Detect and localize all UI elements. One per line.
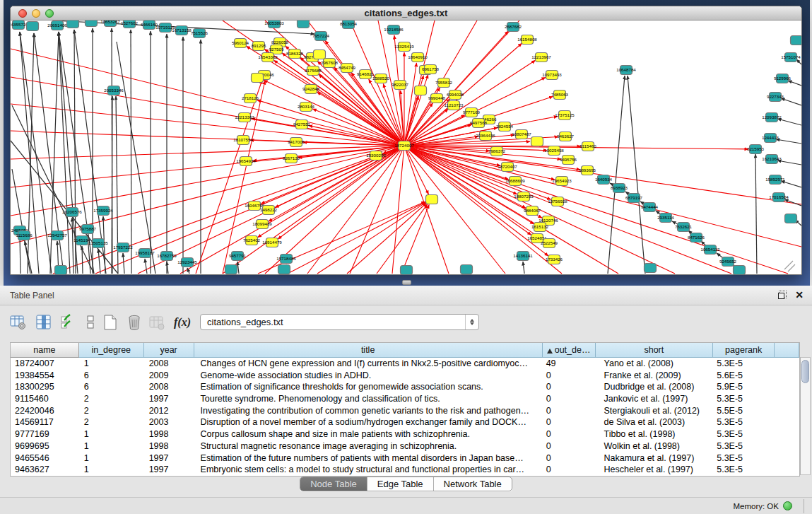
graph-node-label: 10807487 <box>512 132 531 136</box>
cell-short: de Silva et al. (2003) <box>596 416 714 428</box>
network-canvas[interactable]: 5960124891295822605892750981863289827504… <box>11 21 801 274</box>
table-row[interactable]: 911546021997Tourette syndrome. Phenomeno… <box>11 393 799 405</box>
graph-node[interactable] <box>67 21 79 28</box>
graph-node-label: 10973493 <box>542 72 562 77</box>
graph-node[interactable] <box>27 22 39 31</box>
table-row[interactable]: 1938455462009Genome-wide association stu… <box>11 370 799 382</box>
graph-node-label: 13325419 <box>394 44 414 49</box>
graph-node[interactable] <box>252 74 264 83</box>
table-row[interactable]: 1830029562008Estimation of significance … <box>11 381 799 393</box>
cell-year: 2009 <box>144 370 194 382</box>
tab-network-table[interactable]: Network Table <box>434 477 512 491</box>
cell-filler <box>775 358 799 370</box>
graph-edge <box>404 21 435 146</box>
select-columns-icon[interactable] <box>58 313 78 332</box>
graph-node[interactable] <box>298 21 310 28</box>
cell-out_de…: 0 <box>543 393 596 405</box>
graph-node-label: 9417006 <box>288 139 305 144</box>
network-view-window[interactable]: citations_edges.txt 59601248912958226058… <box>10 6 802 275</box>
column-header-year[interactable]: year <box>144 343 194 358</box>
graph-edge <box>317 202 426 274</box>
graph-node-label: 1640934 <box>595 177 613 182</box>
graph-edge <box>401 204 429 274</box>
graph-node[interactable] <box>314 50 326 59</box>
delete-column-icon[interactable] <box>124 313 144 332</box>
graph-node[interactable] <box>278 265 290 274</box>
graph-node-label: 11210723 <box>444 103 464 107</box>
table-row[interactable]: 946362711997Embryonic stem cells: a mode… <box>11 464 799 476</box>
create-column-icon[interactable] <box>100 313 120 332</box>
cell-title: Estimation of significance thresholds fo… <box>194 381 543 393</box>
cell-out_de…: 0 <box>543 405 596 417</box>
cell-filler <box>775 381 799 393</box>
table-scrollbar-thumb[interactable] <box>801 360 809 383</box>
column-header-short[interactable]: short <box>596 343 714 358</box>
table-row[interactable]: 1456911722003Disruption of a novel membe… <box>11 416 799 428</box>
table-scrollbar[interactable] <box>800 357 811 475</box>
cell-short: Jankovic et al. (1997) <box>596 393 714 405</box>
tab-edge-table[interactable]: Edge Table <box>367 477 434 491</box>
cell-title: Changes of HCN gene expression and I(f) … <box>194 358 543 370</box>
table-mode-icon[interactable] <box>8 313 28 332</box>
graph-edge <box>796 59 801 64</box>
close-window-button[interactable] <box>18 9 27 18</box>
graph-edge <box>237 262 239 274</box>
cell-year: 1997 <box>144 393 194 405</box>
table-row[interactable]: 946554611997Estimation of the future num… <box>11 452 799 465</box>
graph-node-label: 8226058 <box>271 40 289 45</box>
function-builder-icon[interactable]: f(x) <box>172 313 192 332</box>
graph-node-label: 18720407 <box>498 164 517 169</box>
graph-edge <box>257 100 404 146</box>
cell-out_de…: 49 <box>543 358 596 370</box>
column-header-pagerank[interactable]: pagerank <box>713 343 775 358</box>
graph-node[interactable] <box>785 214 797 223</box>
table-row[interactable]: 977716911998Corpus callosum shape and si… <box>11 428 799 440</box>
cell-pagerank: 5.3E-5 <box>713 464 775 476</box>
table-row[interactable]: 1872400712008Changes of HCN gene express… <box>11 358 799 370</box>
graph-edge <box>755 154 757 274</box>
cell-year: 1998 <box>144 440 194 452</box>
graph-node[interactable] <box>734 266 746 275</box>
graph-node-label: 9115460 <box>579 144 596 148</box>
cell-short: Wolkin et al. (1998) <box>596 440 714 452</box>
close-panel-icon[interactable]: ✕ <box>795 290 804 300</box>
graph-node-label: 1115686 <box>16 233 33 238</box>
split-pane-handle[interactable] <box>402 280 411 285</box>
graph-node[interactable] <box>791 36 802 45</box>
column-header-title[interactable]: title <box>194 343 543 358</box>
cell-pagerank: 5.3E-5 <box>713 393 775 405</box>
graph-node[interactable] <box>86 21 98 27</box>
graph-node[interactable] <box>55 266 67 275</box>
graph-node-label: 12213363 <box>235 115 254 119</box>
graph-node[interactable] <box>401 266 413 275</box>
graph-node[interactable] <box>531 137 543 146</box>
table-header-row: namein_degreeyeartitleout_de…shortpagera… <box>11 343 799 358</box>
show-columns-icon[interactable] <box>34 313 54 332</box>
zoom-window-button[interactable] <box>45 9 54 18</box>
column-header-name[interactable]: name <box>11 343 79 358</box>
network-svg[interactable]: 5960124891295822605892750981863289827504… <box>11 21 801 274</box>
graph-node[interactable] <box>645 264 657 273</box>
cell-pagerank: 5.6E-5 <box>713 370 775 382</box>
graph-node[interactable] <box>225 265 237 274</box>
window-titlebar[interactable]: citations_edges.txt <box>11 6 801 21</box>
table-row[interactable]: 2242004622012Investigating the contribut… <box>11 405 799 417</box>
graph-node[interactable] <box>426 195 438 204</box>
cell-name: 18300295 <box>11 381 79 393</box>
graph-edge <box>264 80 404 146</box>
status-bar: Memory: OK <box>0 497 812 514</box>
tab-node-table[interactable]: Node Table <box>300 477 367 491</box>
table-row[interactable]: 969969511998Structural magnetic resonanc… <box>11 440 799 452</box>
graph-node[interactable] <box>415 86 427 95</box>
column-header-out_de…[interactable]: out_de… <box>543 343 596 358</box>
minimize-window-button[interactable] <box>32 9 40 18</box>
cell-name: 9463627 <box>11 464 79 476</box>
graph-edge <box>123 253 124 274</box>
row-height-icon[interactable] <box>81 313 100 332</box>
graph-node-label: 20364436 <box>476 133 495 138</box>
float-panel-icon[interactable] <box>778 291 787 299</box>
table-selector-dropdown[interactable]: citations_edges.txt <box>200 314 479 330</box>
column-header-in_degree[interactable]: in_degree <box>79 343 144 358</box>
graph-node[interactable] <box>461 265 473 274</box>
memory-status-dot[interactable] <box>783 501 792 510</box>
